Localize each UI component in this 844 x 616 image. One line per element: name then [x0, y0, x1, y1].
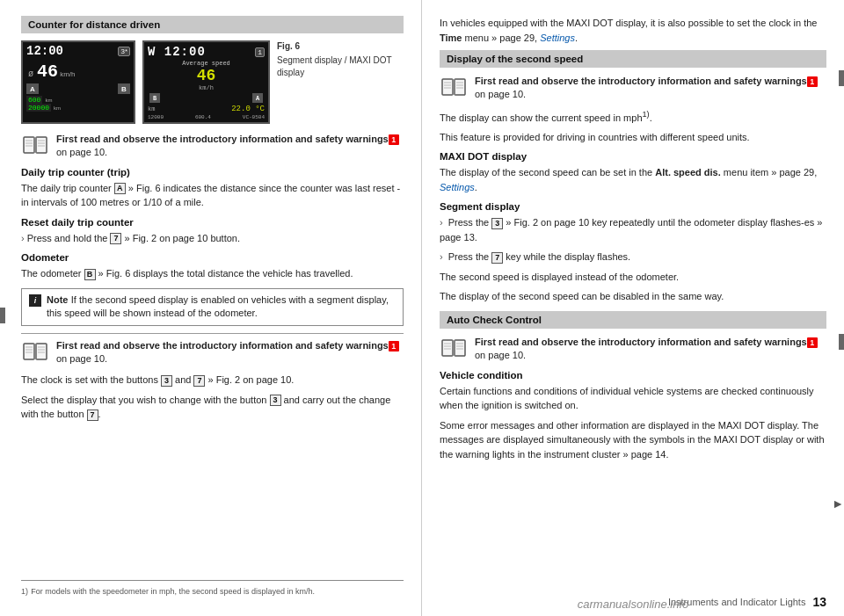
error-text-span: Some error messages and other informatio… — [440, 420, 825, 460]
right-page-marker — [839, 70, 844, 86]
seg-temp: 22.0 °C — [231, 105, 265, 113]
intro-text3: . — [575, 33, 578, 43]
clock-text2: and — [172, 374, 193, 385]
note-text-span: If the second speed display is enabled o… — [47, 294, 389, 318]
seg-label-b: B — [149, 93, 160, 103]
left-page-marker — [0, 308, 5, 323]
maxi-dot-title: MAXI DOT display — [440, 151, 826, 162]
segment-display: W 12:00 1 Average speed 46 km/h B A km 2… — [142, 40, 270, 124]
maxi-dot-settings: Settings — [440, 182, 475, 192]
instr-phi: ø — [28, 69, 33, 78]
reset-text2: » Fig. 2 on page 10 button. — [121, 233, 240, 243]
error-text: Some error messages and other informatio… — [440, 418, 826, 462]
page: Counter for distance driven 12:00 3* ø 4… — [0, 0, 844, 616]
warn-rest-4: on page 10. — [475, 350, 526, 360]
warn-num-3: 1 — [807, 76, 818, 87]
disable-text: The display of the second speed can be d… — [440, 289, 826, 304]
page-arrow-right: ► — [832, 496, 844, 511]
arrow-reset: › — [21, 233, 25, 243]
odo-row-2: 20000 km — [26, 104, 130, 112]
book-svg-4 — [441, 338, 466, 358]
reset-text1: Press and hold the — [27, 233, 111, 243]
book-svg-3 — [441, 77, 466, 97]
book-icon-1 — [21, 133, 49, 157]
book-icon-4 — [440, 336, 468, 360]
note-i-icon: i — [29, 294, 41, 307]
odometer-text: The odometer B » Fig. 6 displays the tot… — [21, 266, 404, 281]
seg-kmh: km/h — [144, 84, 268, 91]
warn-text-1: First read and observe the introductory … — [56, 133, 404, 160]
warn-text-3: First read and observe the introductory … — [475, 75, 826, 102]
fig-caption-text: Segment display / MAXI DOT display — [277, 55, 391, 77]
instr-time: 12:00 — [26, 44, 63, 58]
left-column: Counter for distance driven 12:00 3* ø 4… — [0, 0, 422, 616]
kbd-b-odo: B — [84, 269, 96, 280]
daily-trip-text1: The daily trip counter — [21, 183, 114, 193]
seg-code2: VC-0504 — [243, 114, 265, 120]
segment-text2: › Press the 7 key while the display flas… — [440, 250, 826, 265]
select-text1: Select the display that you wish to chan… — [21, 395, 270, 405]
section-header-speed: Display of the second speed — [440, 50, 826, 68]
vehicle-condition-title: Vehicle condition — [440, 370, 826, 380]
seg-badge: 1 — [255, 47, 265, 57]
clock-text1: The clock is set with the buttons — [21, 374, 161, 385]
footer-label: Instruments and Indicator Lights — [668, 597, 806, 607]
instr-badge: 3* — [118, 47, 130, 56]
fig-num: Fig. 6 — [277, 40, 404, 53]
warn-text-2: First read and observe the introductory … — [56, 339, 404, 366]
instr-odometer: 600 km 20000 km — [23, 96, 134, 112]
right-page-marker-2 — [839, 334, 844, 350]
watermark: carmanualsonline.info — [578, 598, 688, 611]
warn-num-2: 1 — [389, 341, 399, 351]
seg-press-text4: key while the display flashes. — [503, 251, 630, 262]
odo-unit-1: km — [45, 98, 52, 103]
segment-text1: › Press the 3 » Fig. 2 on page 10 key re… — [440, 215, 826, 244]
intro-text1: In vehicles equipped with the MAXI DOT d… — [440, 18, 817, 28]
maxi-dot-text: The display of the second speed can be s… — [440, 165, 826, 194]
intro-settings: Settings — [540, 33, 575, 43]
note-box: i Note If the second speed display is en… — [21, 288, 404, 326]
feature-text: This feature is provided for driving in … — [440, 130, 826, 145]
kbd-7-select: 7 — [87, 409, 98, 421]
intro-text: In vehicles equipped with the MAXI DOT d… — [440, 16, 826, 45]
select-text: Select the display that you wish to chan… — [21, 393, 404, 422]
intro-text2: menu » page 29, — [462, 33, 540, 43]
warn-rest-2: on page 10. — [56, 353, 107, 364]
instr-unit: km/h — [60, 71, 75, 78]
kbd-a-daily: A — [114, 183, 126, 194]
maxi-dot-bold: Alt. speed dis. — [655, 167, 721, 178]
speed-text: The display can show the current speed i… — [440, 109, 826, 125]
seg-avg: Average speed — [144, 60, 268, 67]
seg-label-a: A — [252, 93, 263, 103]
maxi-dot-text1: The display of the second speed can be s… — [440, 167, 655, 178]
instr-speed: 46 — [37, 62, 58, 82]
instr-label-b: B — [118, 83, 130, 94]
segment-title: Segment display — [440, 201, 826, 212]
warn-bold-4: First read and observe the introductory … — [475, 337, 807, 347]
footnote-text: For models with the speedometer in mph, … — [31, 587, 315, 596]
speed-text1: The display can show the current speed i… — [440, 112, 643, 122]
odo-row-1: 600 km — [26, 96, 130, 104]
intro-time-bold: Time — [440, 33, 462, 43]
instr-top: 12:00 3* — [23, 42, 134, 60]
footnote-section: 1) For models with the speedometer in mp… — [21, 580, 404, 597]
speed-footnote: 1) — [643, 110, 650, 119]
fig-caption: Fig. 6 Segment display / MAXI DOT displa… — [277, 40, 404, 79]
seg-press-text3: Press the — [448, 251, 492, 262]
svg-rect-0 — [24, 137, 34, 153]
svg-rect-30 — [442, 340, 453, 356]
book-icon-2 — [21, 339, 49, 364]
instr-speed-row: ø 46 km/h — [23, 62, 134, 82]
warn-num-1: 1 — [389, 134, 399, 145]
kbd-3-seg: 3 — [491, 218, 503, 229]
vehicle-condition-text: Certain functions and conditions of indi… — [440, 384, 826, 413]
kbd-7-seg: 7 — [491, 252, 503, 264]
odo-text2: » Fig. 6 displays the total distance the… — [96, 268, 353, 279]
note-text: If the second speed display is enabled o… — [47, 294, 389, 318]
svg-rect-11 — [36, 344, 47, 359]
warn-text-4: First read and observe the introductory … — [475, 336, 826, 363]
instrument-display: 12:00 3* ø 46 km/h A B 600 km — [21, 40, 135, 124]
note-label: Note — [47, 294, 68, 305]
book-icon-3 — [440, 75, 468, 99]
kbd-7-clock: 7 — [193, 375, 205, 387]
